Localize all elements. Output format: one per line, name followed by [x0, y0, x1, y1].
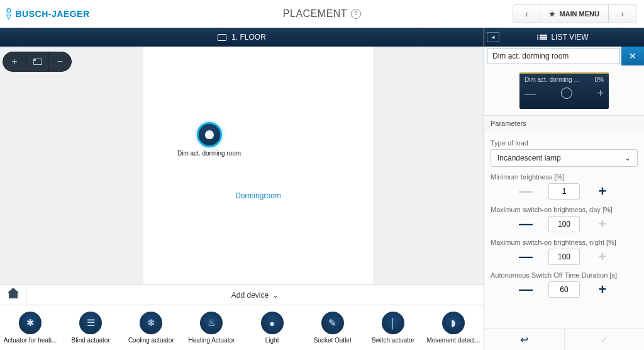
device-name-input[interactable] [487, 48, 620, 64]
auto-off-label: Autonomous Switch Off Time Duration [s] [491, 271, 638, 279]
palette-item[interactable]: ●Light [244, 312, 301, 344]
max-night-input[interactable] [548, 249, 580, 265]
palette-icon: ☰ [79, 312, 102, 334]
palette-icon: │ [382, 312, 404, 334]
palette-item[interactable]: ❄Cooling actuator [123, 312, 179, 344]
min-brightness-input[interactable] [548, 183, 580, 200]
auto-off-plus[interactable]: + [595, 281, 610, 298]
palette-label: Blind actuator [72, 337, 110, 344]
auto-off-input[interactable] [548, 281, 580, 298]
floor-canvas[interactable]: Dim act. dorming room Dormingroom [143, 47, 373, 285]
device-tile[interactable]: Dim act. dorming … 0% — + [519, 72, 609, 109]
placed-device-label: Dim act. dorming room [177, 150, 241, 157]
right-footer: ↩ ✓ [484, 329, 644, 350]
bulb-icon [561, 88, 572, 99]
palette-icon: ✎ [321, 312, 344, 334]
main-menu-button[interactable]: ★ MAIN MENU [540, 4, 609, 23]
close-icon: ✕ [629, 51, 636, 61]
max-night-plus[interactable]: + [595, 249, 610, 265]
main-menu-label: MAIN MENU [559, 10, 599, 18]
palette-item[interactable]: ✱Actuator for heati... [2, 312, 58, 344]
name-bar: ✕ [484, 47, 644, 65]
close-button[interactable]: ✕ [621, 47, 644, 65]
header: O▽ BUSCH-JAEGER PLACEMENT ? ‹ ★ MAIN MEN… [0, 0, 644, 28]
palette-label: Socket Outlet [314, 337, 352, 344]
max-day-minus[interactable]: — [518, 216, 533, 232]
load-type-label: Type of load [491, 139, 638, 147]
palette-item[interactable]: ✎Socket Outlet [304, 312, 361, 344]
home-icon [9, 292, 18, 298]
palette-icon: ❄ [140, 312, 162, 334]
device-palette: ✱Actuator for heati...☰Blind actuator❄Co… [0, 305, 484, 350]
max-night-minus[interactable]: — [518, 249, 533, 265]
zoom-out-button[interactable]: − [48, 52, 71, 71]
nav-forward-button[interactable]: › [609, 4, 636, 23]
confirm-button[interactable]: ✓ [564, 329, 645, 350]
palette-label: Cooling actuator [128, 337, 174, 344]
min-brightness-plus[interactable]: + [595, 183, 610, 200]
parameters-heading: Parameters [484, 116, 644, 130]
palette-label: Switch actuator [372, 337, 414, 344]
chevron-right-icon: › [621, 9, 624, 19]
left-pane: 1. FLOOR + − Dim act. dorming room Dormi… [0, 28, 484, 350]
device-preview: Dim act. dorming … 0% — + [484, 65, 644, 116]
home-button[interactable] [0, 285, 26, 305]
list-view-label: LIST VIEW [551, 33, 588, 42]
add-device-button[interactable]: Add device ⌄ [26, 291, 484, 300]
load-type-select[interactable]: Incandescent lamp ⌄ [491, 149, 638, 167]
palette-label: Light [265, 337, 279, 344]
brand-logo: O▽ BUSCH-JAEGER [0, 8, 90, 20]
mid-footer: Add device ⌄ [0, 285, 484, 305]
tile-plus-button[interactable]: + [597, 87, 604, 100]
floor-bar[interactable]: 1. FLOOR [0, 28, 484, 47]
help-icon[interactable]: ? [351, 9, 361, 19]
min-brightness-label: Minimum brightness [%] [491, 173, 638, 181]
tile-minus-button[interactable]: — [525, 87, 536, 100]
star-icon: ★ [549, 10, 555, 18]
canvas-area[interactable]: + − Dim act. dorming room Dormingroom [0, 47, 484, 285]
undo-button[interactable]: ↩ [484, 329, 564, 350]
add-device-label: Add device [231, 291, 269, 300]
top-nav: ‹ ★ MAIN MENU › [513, 4, 636, 23]
list-icon [540, 35, 547, 40]
max-day-plus[interactable]: + [595, 216, 610, 232]
zoom-fit-button[interactable] [26, 52, 48, 71]
chevron-left-icon: ‹ [525, 9, 528, 19]
palette-item[interactable]: ◗Movement detect... [425, 312, 482, 344]
tile-percent: 0% [595, 76, 604, 83]
palette-icon: ◗ [442, 312, 465, 334]
chevron-down-icon: ⌄ [625, 154, 631, 162]
max-day-label: Maximum switch-on brightness, day [%] [491, 206, 638, 213]
palette-item[interactable]: ♨Heating Actuator [183, 312, 240, 344]
undo-icon: ↩ [520, 334, 528, 346]
floor-icon [218, 34, 226, 41]
fit-icon [33, 59, 42, 65]
nav-back-button[interactable]: ‹ [513, 4, 540, 23]
page-title: PLACEMENT ? [283, 8, 361, 20]
page-title-text: PLACEMENT [283, 8, 347, 20]
floor-label: 1. FLOOR [231, 33, 266, 42]
right-panel: ◄ LIST VIEW ✕ Dim act. dorming … 0% — + [484, 28, 644, 350]
device-bulb-icon [197, 122, 222, 147]
parameters: Type of load Incandescent lamp ⌄ Minimum… [484, 130, 644, 329]
brand-mark-icon: O▽ [6, 8, 12, 20]
palette-icon: ✱ [19, 312, 42, 334]
auto-off-minus[interactable]: — [518, 281, 533, 298]
check-icon: ✓ [600, 334, 608, 346]
load-type-value: Incandescent lamp [497, 154, 561, 162]
max-day-input[interactable] [548, 216, 580, 232]
right-bar: ◄ LIST VIEW [484, 28, 644, 47]
palette-item[interactable]: │Switch actuator [365, 312, 421, 344]
min-brightness-minus[interactable]: — [518, 183, 533, 200]
palette-icon: ♨ [200, 312, 223, 334]
room-name: Dormingroom [235, 191, 281, 200]
placed-device[interactable]: Dim act. dorming room [177, 122, 241, 157]
max-night-label: Maximum switch-on brightness, night [%] [491, 239, 638, 246]
palette-item[interactable]: ☰Blind actuator [62, 312, 119, 344]
palette-label: Movement detect... [426, 337, 480, 344]
zoom-in-button[interactable]: + [3, 52, 26, 71]
zoom-control: + − [3, 52, 72, 72]
list-view-button[interactable]: LIST VIEW [540, 33, 588, 42]
tile-name: Dim act. dorming … [525, 76, 580, 83]
panel-back-button[interactable]: ◄ [487, 32, 499, 42]
